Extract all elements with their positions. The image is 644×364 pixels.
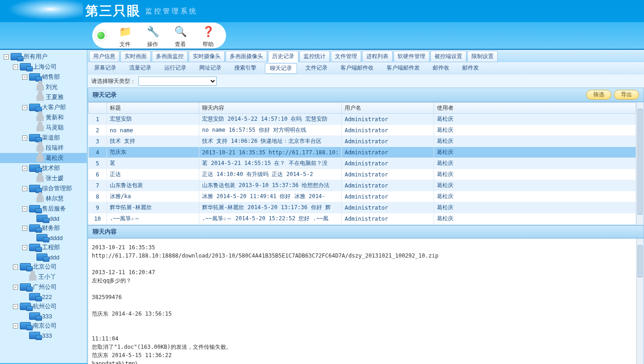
tab-实时摄像头[interactable]: 实时摄像头 [189, 51, 225, 62]
table-row[interactable]: 6 正达 正达 14:10:40 有升级吗 正达 2014-5-2Adminis… [89, 169, 636, 180]
tab-多画面摄像头[interactable]: 多画面摄像头 [226, 51, 267, 62]
computer-icon [20, 322, 31, 329]
tree-toggle-icon[interactable]: − [4, 54, 9, 59]
tree-node-ddd[interactable]: ddd [0, 252, 87, 262]
col-header-0[interactable] [89, 103, 107, 114]
subtab-运行记录[interactable]: 运行记录 [160, 63, 191, 74]
tree-node-222[interactable]: 222 [0, 292, 87, 301]
col-header-3[interactable]: 用户名 [342, 103, 434, 114]
title-bar: 第三只眼 监控管理系统 [0, 0, 644, 22]
subtab-邮件发[interactable]: 邮件发 [458, 63, 483, 74]
tree-node-刘光[interactable]: 刘光 [0, 82, 87, 92]
tree-toggle-icon[interactable]: − [13, 285, 18, 290]
subtab-文件记录[interactable]: 文件记录 [301, 63, 332, 74]
tree-node-333[interactable]: 333 [0, 331, 87, 340]
table-row[interactable]: 4范庆东2013-10-21 16:35:35 http://61.177.18… [89, 147, 636, 158]
tab-监控统计[interactable]: 监控统计 [299, 51, 330, 62]
tree-node-马灵聪[interactable]: 马灵聪 [0, 123, 87, 133]
tree-node-杭州公司[interactable]: −杭州公司 [0, 301, 87, 311]
table-row[interactable]: 5茗茗 2014-5-21 14:55:15 在？ 不在电脑前？没Adminis… [89, 158, 636, 169]
tab-限制设置[interactable]: 限制设置 [467, 51, 498, 62]
subtab-搜索引擎[interactable]: 搜索引擎 [230, 63, 261, 74]
col-header-1[interactable]: 标题 [107, 103, 199, 114]
tree-node-售后服务[interactable]: −售后服务 [0, 204, 87, 214]
table-row[interactable]: 9辉华拓展-林麗欣辉华拓展-林麗欣 2014-5-20 13:17:36 你好 … [89, 202, 636, 213]
table-row[interactable]: 8 冰雅/ka 冰雅 2014-5-20 11:49:41 你好 冰雅 2014… [89, 191, 636, 202]
tree-node-工程部[interactable]: −工程部 [0, 242, 87, 252]
status-indicator-icon [96, 30, 106, 41]
tree-toggle-icon[interactable]: − [22, 135, 27, 141]
subtab-聊天记录[interactable]: 聊天记录 [265, 63, 297, 74]
tab-进程列表[interactable]: 进程列表 [362, 51, 393, 62]
tab-被控端设置[interactable]: 被控端设置 [430, 51, 466, 62]
tree-toggle-icon[interactable]: − [13, 323, 18, 329]
tree-node-黄新和[interactable]: 黄新和 [0, 112, 87, 123]
table-scrollbar[interactable] [636, 102, 644, 225]
tree-toggle-icon[interactable]: − [22, 226, 27, 231]
user-tree-sidebar[interactable]: −所有用户−上海公司−销售部刘光王夏雅−大客户部黄新和马灵聪−渠道部段瑞祥葛松庆… [0, 50, 88, 363]
content-scrollbar[interactable] [636, 239, 644, 364]
subtab-邮件收[interactable]: 邮件收 [428, 63, 454, 74]
tree-toggle-icon[interactable]: − [22, 186, 27, 191]
filter-button[interactable]: 筛选 [586, 90, 611, 100]
tree-node-广州公司[interactable]: −广州公司 [0, 282, 87, 292]
toolbar-question-button[interactable]: ❓帮助 [199, 23, 217, 48]
table-row[interactable]: 10.~~風箏☆～.~~風箏☆～ 2014-5-20 15:22:52 您好 .… [89, 213, 636, 224]
tree-node-南京公司[interactable]: −南京公司 [0, 321, 87, 331]
tab-软硬件管理[interactable]: 软硬件管理 [394, 51, 429, 62]
subtab-屏幕记录[interactable]: 屏幕记录 [89, 63, 121, 74]
table-row[interactable]: 3技术 支持技术 支持 14:06:26 快递地址：北京市丰台区Administ… [89, 136, 636, 147]
computer-icon [29, 293, 40, 300]
tab-历史记录[interactable]: 历史记录 [268, 51, 298, 62]
tree-node-北京公司[interactable]: −北京公司 [0, 262, 87, 272]
tree-node-王小丫[interactable]: 王小丫 [0, 272, 87, 282]
toolbar-magnifier-button[interactable]: 🔍查看 [172, 23, 189, 48]
tree-node-王夏雅[interactable]: 王夏雅 [0, 92, 87, 102]
col-header-4[interactable]: 使用者 [434, 103, 636, 114]
tree-toggle-icon[interactable]: − [13, 264, 18, 270]
tree-node-所有用户[interactable]: −所有用户 [0, 52, 87, 62]
chat-content-body[interactable]: 2013-10-21 16:35:35 http://61.177.188.10… [88, 239, 636, 364]
tree-toggle-icon[interactable]: − [13, 304, 18, 309]
tree-toggle-icon[interactable]: − [22, 166, 27, 171]
tab-用户信息[interactable]: 用户信息 [89, 51, 119, 62]
tab-多画面监控[interactable]: 多画面监控 [152, 51, 188, 62]
table-row[interactable]: 1宏慧安防宏慧安防 2014-5-22 14:57:10 在吗 宏慧安防Admi… [89, 114, 636, 125]
table-row[interactable]: 11 op op 2013-9-24 19:01:56 你好 请问在吗 opAd… [89, 224, 636, 225]
tree-node-财务部[interactable]: −财务部 [0, 223, 87, 233]
tree-node-技术部[interactable]: −技术部 [0, 163, 87, 173]
tree-toggle-icon[interactable]: − [22, 75, 27, 80]
tree-node-渠道部[interactable]: −渠道部 [0, 133, 87, 143]
subtab-网址记录[interactable]: 网址记录 [195, 63, 226, 74]
tree-node-林尔慧[interactable]: 林尔慧 [0, 194, 87, 204]
tree-node-333[interactable]: 333 [0, 311, 87, 321]
tree-toggle-icon[interactable]: − [22, 105, 27, 110]
tab-文件管理[interactable]: 文件管理 [331, 51, 361, 62]
subtab-客户端邮件收[interactable]: 客户端邮件收 [336, 63, 378, 74]
subtab-流量记录[interactable]: 流量记录 [125, 63, 156, 74]
subtab-客户端邮件发[interactable]: 客户端邮件发 [382, 63, 424, 74]
tree-toggle-icon[interactable]: − [22, 245, 27, 250]
table-row[interactable]: 7山东鲁达包装山东鲁达包装 2013-9-10 15:37:36 给想想办法Ad… [89, 180, 636, 191]
col-header-2[interactable]: 聊天内容 [199, 103, 342, 114]
tree-node-综合管理部[interactable]: −综合管理部 [0, 183, 87, 194]
tab-实时画面[interactable]: 实时画面 [120, 51, 151, 62]
tree-toggle-icon[interactable]: − [13, 65, 18, 70]
tree-node-销售部[interactable]: −销售部 [0, 72, 87, 82]
computer-icon [20, 283, 31, 291]
tree-node-上海公司[interactable]: −上海公司 [0, 62, 87, 72]
tree-node-大客户部[interactable]: −大客户部 [0, 102, 87, 112]
export-button[interactable]: 导出 [614, 90, 639, 100]
tree-node-ddd[interactable]: ddd [0, 214, 87, 223]
computer-icon [29, 244, 40, 251]
tree-node-dddd[interactable]: dddd [0, 233, 87, 242]
toolbar-wrench-button[interactable]: 🔧操作 [144, 23, 161, 48]
tree-toggle-icon[interactable]: − [22, 206, 27, 211]
toolbar-folder-button[interactable]: 📁文件 [116, 23, 134, 48]
tree-node-葛松庆[interactable]: 葛松庆 [0, 153, 87, 163]
main-toolbar: 📁文件🔧操作🔍查看❓帮助 [0, 22, 644, 49]
table-row[interactable]: 2no nameno name 16:57:55 你好 对方明明在线Admini… [89, 125, 636, 136]
tree-node-张士媛[interactable]: 张士媛 [0, 173, 87, 183]
tree-node-段瑞祥[interactable]: 段瑞祥 [0, 143, 87, 153]
chat-type-select[interactable] [138, 76, 217, 86]
